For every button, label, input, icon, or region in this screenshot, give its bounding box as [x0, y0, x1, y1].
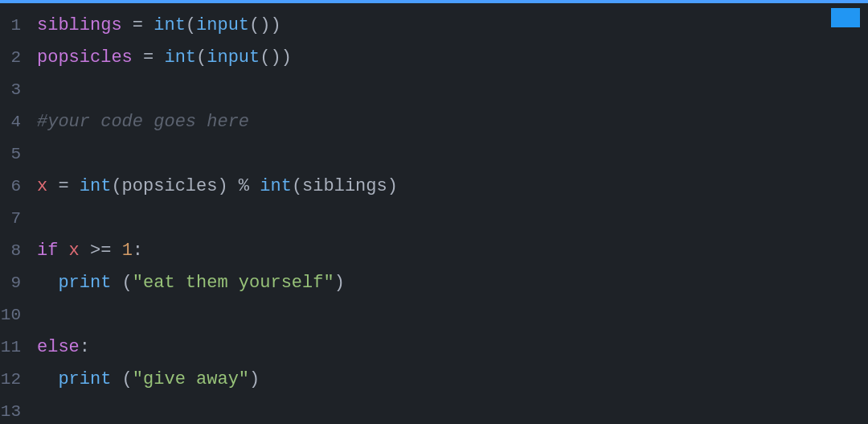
token: int	[80, 176, 112, 196]
line-number: 7	[0, 203, 34, 235]
token: =	[133, 47, 165, 68]
token: >=	[80, 241, 122, 261]
line-content: #your code goes here	[34, 106, 868, 138]
line-number: 11	[0, 331, 34, 364]
token	[37, 369, 58, 389]
code-area[interactable]: 1siblings = int(input())2popsicles = int…	[0, 3, 868, 424]
token: :	[133, 241, 143, 261]
token: (	[111, 369, 132, 389]
token: x	[69, 241, 80, 261]
editor-container: 1siblings = int(input())2popsicles = int…	[0, 0, 868, 424]
token: ())	[260, 47, 292, 68]
code-line: 9 print ("eat them yourself")	[0, 267, 868, 299]
code-line: 2popsicles = int(input())	[0, 42, 868, 74]
code-line: 10	[0, 299, 868, 331]
token: print	[58, 369, 111, 389]
token: x	[37, 176, 47, 196]
token: =	[122, 15, 154, 35]
token: (siblings)	[292, 176, 398, 196]
token: )	[334, 273, 345, 293]
line-number: 8	[0, 235, 34, 267]
line-number: 9	[0, 267, 34, 299]
code-line: 12 print ("give away")	[0, 364, 868, 396]
token: )	[249, 369, 260, 389]
line-content: else:	[34, 331, 868, 364]
line-content: siblings = int(input())	[34, 10, 868, 42]
token: siblings	[37, 15, 122, 35]
token	[37, 273, 58, 293]
line-number: 10	[0, 299, 34, 331]
token: "give away"	[133, 369, 249, 389]
token: (	[111, 273, 132, 293]
token: (	[196, 47, 207, 68]
line-content: popsicles = int(input())	[34, 42, 868, 74]
python-badge	[831, 8, 860, 27]
line-number: 5	[0, 138, 34, 171]
token: "eat them yourself"	[133, 273, 334, 293]
token	[58, 241, 68, 261]
code-line: 6x = int(popsicles) % int(siblings)	[0, 171, 868, 203]
code-line: 7	[0, 203, 868, 235]
code-line: 1siblings = int(input())	[0, 10, 868, 42]
code-line: 11else:	[0, 331, 868, 364]
token: 1	[122, 241, 133, 261]
token: ())	[249, 15, 281, 35]
line-number: 3	[0, 74, 34, 106]
token: popsicles	[37, 47, 133, 68]
token: :	[80, 337, 90, 357]
line-content: print ("eat them yourself")	[34, 267, 868, 299]
line-content: x = int(popsicles) % int(siblings)	[34, 171, 868, 203]
token: int	[260, 176, 292, 196]
token: int	[154, 15, 186, 35]
token: input	[207, 47, 260, 68]
token: else	[37, 337, 80, 357]
line-content: print ("give away")	[34, 364, 868, 396]
token: print	[58, 273, 111, 293]
code-line: 8if x >= 1:	[0, 235, 868, 267]
token: input	[196, 15, 249, 35]
token: (popsicles) %	[111, 176, 260, 196]
token: if	[37, 241, 58, 261]
token: =	[47, 176, 80, 196]
line-number: 13	[0, 396, 34, 424]
line-number: 6	[0, 171, 34, 203]
code-line: 3	[0, 74, 868, 106]
line-content: if x >= 1:	[34, 235, 868, 267]
code-line: 5	[0, 138, 868, 171]
token: #your code goes here	[37, 112, 249, 132]
code-line: 13	[0, 396, 868, 424]
token: int	[164, 47, 196, 68]
top-bar	[0, 0, 868, 3]
code-line: 4#your code goes here	[0, 106, 868, 138]
token: (	[186, 15, 196, 35]
line-number: 2	[0, 42, 34, 74]
line-number: 12	[0, 364, 34, 396]
line-number: 4	[0, 106, 34, 138]
line-number: 1	[0, 10, 34, 42]
